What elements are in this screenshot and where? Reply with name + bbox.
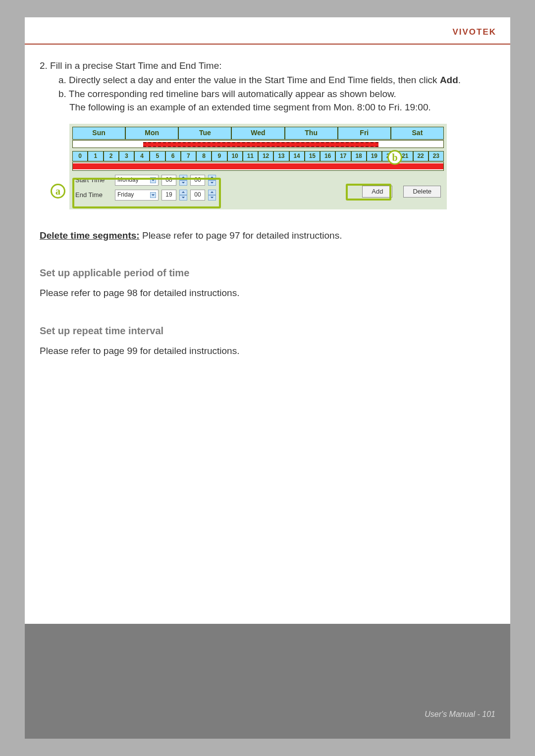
step-2b-line1: b. The corresponding red timeline bars w… [58,89,396,99]
step-2b-line2: The following is an example of an extend… [58,101,495,114]
button-row: Add Delete [362,186,441,198]
end-min-input[interactable]: 00 [190,190,205,201]
hour-1[interactable]: 1 [88,151,103,161]
hour-10[interactable]: 10 [227,151,243,161]
start-day-value: Monday [117,176,139,184]
hour-11[interactable]: 11 [243,151,258,161]
footer-page-number: 101 [482,710,495,718]
brand: VIVOTEK [452,27,496,37]
spinner-up-icon[interactable] [179,190,187,195]
hour-3[interactable]: 3 [119,151,134,161]
timeline-figure: Sun Mon Tue Wed Thu Fri Sat 0 1 2 3 4 5 … [69,124,447,209]
callout-b-badge: b [387,150,402,165]
start-min-input[interactable]: 00 [190,175,205,186]
callout-a-badge: a [51,184,65,199]
page-footer: User's Manual - 101 [25,624,510,739]
day-sat[interactable]: Sat [391,127,444,140]
footer-text: User's Manual - 101 [425,710,495,719]
page: VIVOTEK 2. Fill in a precise Start Time … [25,17,510,739]
start-time-label: Start Time [75,176,112,185]
hour-2[interactable]: 2 [104,151,119,161]
day-wed[interactable]: Wed [231,127,284,140]
hour-17[interactable]: 17 [335,151,351,161]
hour-4[interactable]: 4 [134,151,150,161]
hour-16[interactable]: 16 [320,151,335,161]
section-applicable-body: Please refer to page 98 for detailed ins… [40,287,495,300]
spinner-up-icon[interactable] [208,190,216,195]
end-day-value: Friday [117,191,134,199]
week-red-segment[interactable] [143,142,378,147]
day-tue[interactable]: Tue [178,127,231,140]
delete-segments-text: Please refer to page 97 for detailed ins… [140,230,342,241]
hour-6[interactable]: 6 [165,151,181,161]
end-hour-spinner[interactable] [179,190,187,201]
hour-0[interactable]: 0 [72,151,88,161]
hour-14[interactable]: 14 [289,151,305,161]
section-repeat-body: Please refer to page 99 for detailed ins… [40,345,495,358]
day-thu[interactable]: Thu [285,127,338,140]
step-2a-suffix: . [458,75,461,85]
start-hour-input[interactable]: 08 [161,175,176,186]
content: 2. Fill in a precise Start Time and End … [25,45,510,358]
hour-5[interactable]: 5 [150,151,165,161]
day-timeline[interactable] [72,162,444,171]
step-2a: a. Directly select a day and enter the v… [40,74,495,87]
end-min-spinner[interactable] [208,190,216,201]
hour-22[interactable]: 22 [413,151,428,161]
day-fri[interactable]: Fri [338,127,391,140]
delete-segments-heading: Delete time segments: [40,230,140,241]
day-red-segment[interactable] [73,163,443,169]
hour-12[interactable]: 12 [258,151,273,161]
hour-9[interactable]: 9 [212,151,227,161]
day-sun[interactable]: Sun [72,127,125,140]
spinner-up-icon[interactable] [179,175,187,180]
hour-18[interactable]: 18 [351,151,367,161]
spinner-down-icon[interactable] [179,195,187,201]
start-hour-spinner[interactable] [179,175,187,186]
spinner-down-icon[interactable] [208,195,216,201]
footer-label: User's Manual - [425,710,482,718]
hour-15[interactable]: 15 [305,151,320,161]
start-time-row: Start Time Monday 08 00 [72,175,444,186]
hour-13[interactable]: 13 [273,151,289,161]
dropdown-icon [150,177,156,183]
step-2b: b. The corresponding red timeline bars w… [40,88,495,114]
step-2-intro: 2. Fill in a precise Start Time and End … [40,59,495,73]
end-day-select[interactable]: Friday [115,190,159,201]
dropdown-icon [150,192,156,198]
day-header-row: Sun Mon Tue Wed Thu Fri Sat [72,127,444,140]
hour-8[interactable]: 8 [196,151,212,161]
start-min-spinner[interactable] [208,175,216,186]
spinner-up-icon[interactable] [208,175,216,180]
time-controls: a b Start Time Monday 08 00 [72,175,444,201]
delete-button[interactable]: Delete [403,186,441,198]
end-time-label: End Time [75,191,112,200]
end-hour-input[interactable]: 19 [161,190,176,201]
delete-segments-line: Delete time segments: Please refer to pa… [40,229,495,243]
spinner-down-icon[interactable] [208,180,216,186]
step-2a-prefix: a. Directly select a day and enter the v… [58,75,440,85]
step-2a-bold: Add [440,75,458,85]
section-applicable-heading: Set up applicable period of time [40,266,495,280]
spinner-down-icon[interactable] [179,180,187,186]
hour-7[interactable]: 7 [181,151,196,161]
page-header: VIVOTEK [25,17,510,45]
hour-23[interactable]: 23 [428,151,444,161]
add-button[interactable]: Add [362,186,392,198]
start-day-select[interactable]: Monday [115,175,159,186]
section-repeat-heading: Set up repeat time interval [40,324,495,338]
day-mon[interactable]: Mon [125,127,178,140]
hour-19[interactable]: 19 [367,151,382,161]
week-timeline[interactable] [72,140,444,148]
